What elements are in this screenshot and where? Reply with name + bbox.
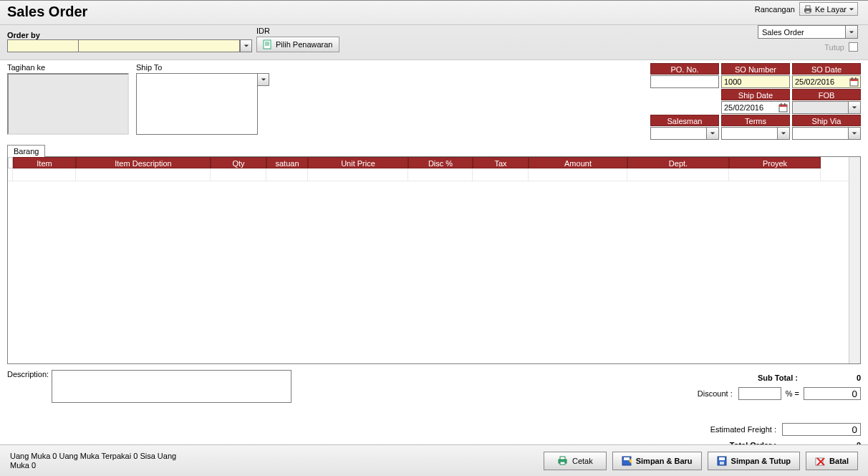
salesman-select[interactable]	[650, 127, 719, 140]
tutup-checkbox[interactable]	[849, 42, 858, 52]
chevron-down-icon	[849, 29, 854, 35]
pilih-penawaran-label: Pilih Penawaran	[276, 40, 333, 49]
tagihan-box	[7, 73, 129, 135]
grid-scrollbar[interactable]	[849, 157, 860, 363]
col-tax[interactable]: Tax	[473, 157, 529, 168]
order-by-dropdown-arrow[interactable]	[240, 39, 252, 52]
order-by-combo[interactable]	[79, 39, 252, 52]
svg-rect-13	[781, 103, 782, 105]
so-number-header: SO Number	[721, 63, 790, 75]
ship-date-calendar-icon[interactable]	[778, 103, 789, 113]
po-no-input[interactable]	[650, 75, 719, 88]
ke-layar-button[interactable]: Ke Layar	[799, 2, 858, 16]
chevron-down-icon	[261, 77, 266, 82]
fob-header: FOB	[792, 89, 861, 100]
sub-total-value: 0	[804, 373, 861, 382]
ship-via-select[interactable]	[792, 127, 861, 140]
col-item-description[interactable]: Item Description	[76, 157, 211, 168]
totals-area: Sub Total : 0 Discount : % = Estimated F…	[646, 370, 861, 453]
discount-amount-input[interactable]	[804, 387, 861, 400]
document-type-select[interactable]: Sales Order	[758, 25, 858, 39]
fob-arrow[interactable]	[848, 102, 860, 113]
document-type-value: Sales Order	[758, 28, 845, 37]
header-row-2: Order by IDR Pilih Penawaran Sales Order…	[0, 25, 868, 60]
order-by-label: Order by	[7, 31, 252, 39]
table-row[interactable]	[8, 168, 860, 181]
col-proyek[interactable]: Proyek	[729, 157, 821, 168]
calendar-icon	[778, 103, 788, 113]
so-date-calendar-icon[interactable]	[849, 77, 859, 87]
svg-rect-3	[264, 40, 271, 49]
discount-percent-input[interactable]	[738, 387, 781, 400]
so-number-input[interactable]: 1000	[721, 75, 790, 88]
svg-rect-14	[784, 103, 786, 105]
chevron-down-icon	[243, 43, 249, 49]
chevron-down-icon	[852, 130, 857, 136]
shipto-dropdown-arrow[interactable]	[257, 73, 269, 86]
cetak-button[interactable]: Cetak	[544, 452, 607, 470]
svg-rect-2	[806, 11, 810, 13]
salesman-arrow[interactable]	[706, 128, 718, 139]
freight-input[interactable]	[782, 423, 861, 436]
terms-arrow[interactable]	[777, 128, 789, 139]
address-boxes: Tagihan ke Ship To	[7, 63, 258, 135]
chevron-down-icon	[781, 130, 786, 136]
order-by-code-input[interactable]	[7, 39, 79, 52]
terms-select[interactable]	[721, 127, 790, 140]
ship-date-header: Ship Date	[721, 89, 790, 100]
document-icon	[263, 39, 272, 49]
col-qty[interactable]: Qty	[211, 157, 266, 168]
batal-label: Batal	[829, 457, 849, 465]
footer-bar: Uang Muka 0 Uang Muka Terpakai 0 Sisa Ua…	[0, 444, 868, 476]
ship-via-arrow[interactable]	[848, 128, 860, 139]
svg-rect-9	[852, 77, 853, 80]
description-textarea[interactable]	[52, 370, 291, 403]
chevron-down-icon	[710, 130, 715, 136]
ship-via-header: Ship Via	[792, 115, 861, 126]
simpan-baru-button[interactable]: Simpan & Baru	[612, 452, 702, 470]
terms-header: Terms	[721, 115, 790, 126]
rancangan-label: Rancangan	[755, 5, 795, 14]
calendar-icon	[849, 77, 859, 87]
so-date-input[interactable]: 25/02/2016	[792, 75, 861, 88]
svg-rect-12	[779, 105, 787, 107]
save-new-icon	[622, 456, 632, 466]
col-dept[interactable]: Dept.	[627, 157, 729, 168]
items-grid: Item Item Description Qty satuan Unit Pr…	[7, 156, 861, 364]
main-body: Tagihan ke Ship To PO. No. SO Number SO …	[0, 60, 868, 473]
fob-select[interactable]	[792, 101, 861, 114]
col-satuan[interactable]: satuan	[266, 157, 308, 168]
tab-barang[interactable]: Barang	[7, 145, 45, 157]
cancel-icon	[815, 456, 825, 466]
svg-rect-24	[816, 458, 823, 465]
simpan-tutup-button[interactable]: Simpan & Tutup	[708, 452, 801, 470]
ship-date-input[interactable]: 25/02/2016	[721, 101, 790, 114]
pilih-penawaran-button[interactable]: Pilih Penawaran	[256, 37, 339, 52]
svg-rect-22	[719, 457, 725, 460]
shipto-box[interactable]	[136, 73, 258, 135]
chevron-down-icon	[849, 6, 854, 12]
col-item[interactable]: Item	[13, 157, 76, 168]
col-unit-price[interactable]: Unit Price	[308, 157, 408, 168]
order-by-name-input[interactable]	[79, 39, 240, 52]
description-label: Description:	[7, 370, 49, 379]
chevron-down-icon	[852, 105, 857, 110]
col-amount[interactable]: Amount	[529, 157, 627, 168]
batal-button[interactable]: Batal	[806, 452, 858, 470]
po-no-header: PO. No.	[650, 63, 719, 75]
grid-header-row: Item Item Description Qty satuan Unit Pr…	[8, 157, 860, 168]
discount-label: Discount :	[646, 389, 738, 398]
cetak-label: Cetak	[572, 457, 593, 465]
simpan-baru-label: Simpan & Baru	[636, 457, 693, 465]
freight-label: Estimated Freight :	[646, 425, 782, 434]
svg-rect-17	[560, 462, 565, 465]
svg-rect-16	[560, 457, 565, 460]
document-type-arrow[interactable]	[845, 26, 857, 38]
col-disc[interactable]: Disc %	[408, 157, 473, 168]
svg-rect-19	[624, 457, 630, 460]
sub-total-label: Sub Total :	[646, 373, 804, 382]
title-bar: Sales Order Rancangan Ke Layar	[0, 0, 868, 25]
percent-equals-label: % =	[781, 389, 804, 398]
svg-rect-23	[720, 462, 724, 465]
currency-label: IDR	[256, 27, 339, 37]
